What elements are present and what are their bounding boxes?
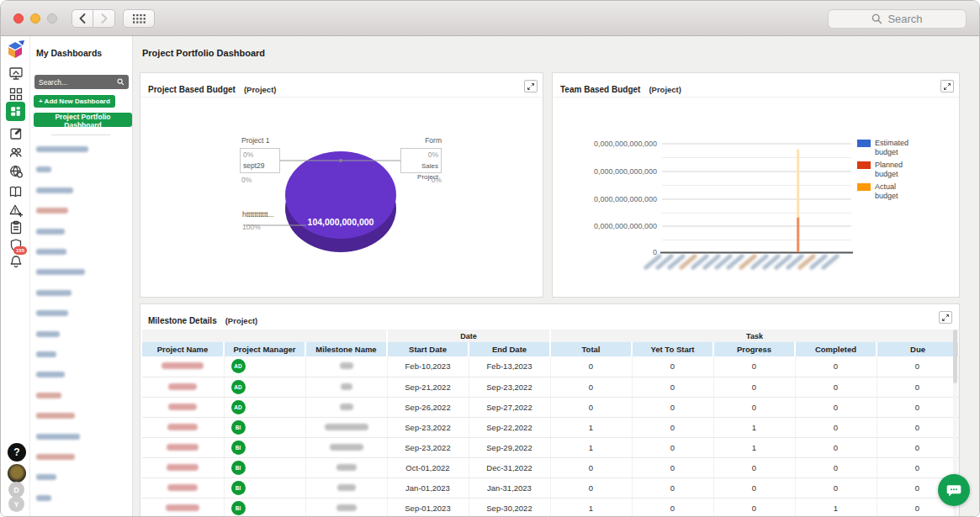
close-window-button[interactable] [13,13,24,24]
dashboard-list-item[interactable] [36,448,75,456]
pie-label-box: 0% Sales Project [400,148,442,173]
cell-milestone-name[interactable] [305,498,387,517]
redacted-dashboard-label [36,474,56,480]
cell-milestone-name[interactable] [305,477,387,498]
scrollbar-thumb[interactable] [953,330,957,383]
sidebar-rail-bell-icon[interactable] [8,253,24,269]
svg-text:0,000,000,000,000: 0,000,000,000,000 [594,167,657,176]
avatar-letter: D [13,486,19,494]
manager-avatar[interactable]: BI [231,481,246,495]
active-dashboard-button[interactable]: Project Portfolio Dashboard [34,113,132,127]
dashboard-list-item[interactable] [36,304,68,313]
column-header[interactable]: Milestone Name [305,342,387,356]
column-header[interactable]: End Date [469,342,550,356]
cell-project-name[interactable] [142,437,224,457]
dashboards-sidebar: My Dashboards Search... + Add New Dashbo… [30,36,133,517]
pie-label-percent: 0% [404,150,438,161]
cell-milestone-name[interactable] [305,437,387,457]
cell-start-date: Sep-26,2022 [387,397,469,417]
manager-avatar[interactable]: BI [231,461,246,475]
dashboard-list-item[interactable] [36,202,68,210]
cell-total: 1 [550,498,632,517]
sidebar-rail-grid-icon[interactable] [8,86,24,102]
cell-milestone-name[interactable] [305,417,387,437]
apps-grid-button[interactable] [123,9,155,28]
sidebar-rail-users-icon[interactable] [8,144,24,160]
cell-milestone-name[interactable] [305,356,387,377]
cell-yet-to-start: 0 [632,377,713,397]
chat-fab-button[interactable] [938,474,970,506]
pie-chart[interactable] [140,73,543,297]
cell-project-name[interactable] [142,457,224,477]
dashboard-list-item[interactable] [36,284,72,293]
manager-avatar[interactable]: AD [231,380,246,394]
column-header[interactable]: Completed [795,342,877,356]
nav-button-group [72,9,115,28]
column-header[interactable]: Start Date [387,342,469,356]
titlebar-search[interactable]: Search [828,9,967,29]
sidebar-rail-alert-add-icon[interactable] [8,202,24,218]
redacted-dashboard-label [36,166,51,172]
help-button[interactable]: ? [8,443,26,462]
sidebar-rail-dashboard-icon[interactable] [6,102,25,121]
dashboard-list-item[interactable] [36,243,66,251]
zoom-window-button[interactable] [47,13,57,24]
column-header[interactable]: Project Name [142,342,224,356]
dashboard-list-item[interactable] [36,182,73,190]
dashboard-list-item[interactable] [36,428,80,436]
dashboard-list-item[interactable] [36,346,56,354]
column-header[interactable]: Total [550,342,632,356]
sidebar-rail-presentation-icon[interactable] [8,65,24,81]
manager-avatar[interactable]: AD [231,359,246,373]
sidebar-rail-clipboard-icon[interactable] [8,219,24,235]
back-button[interactable] [72,9,93,28]
page-title: Project Portfolio Dashboard [142,48,265,58]
add-new-dashboard-button[interactable]: + Add New Dashboard [34,95,115,108]
redacted-project-name [167,424,198,430]
cell-progress: 0 [713,477,795,498]
expand-icon[interactable] [939,311,952,324]
cell-project-name[interactable] [142,477,224,498]
sidebar-rail-book-icon[interactable] [8,183,24,199]
manager-avatar[interactable]: BI [231,420,246,435]
cell-milestone-name[interactable] [305,457,387,477]
manager-avatar[interactable]: AD [231,400,246,414]
app-body: 155 ? D Y My Dashboards Search... + Add … [1,36,979,517]
column-header[interactable]: Due [877,342,958,356]
cell-milestone-name[interactable] [305,377,387,397]
cell-total: 1 [550,417,632,437]
user-avatar[interactable] [8,464,26,483]
cell-project-name[interactable] [142,498,224,517]
column-header[interactable]: Yet To Start [632,342,713,356]
dashboard-list-item[interactable] [36,325,60,334]
dashboard-list-item[interactable] [36,140,88,149]
app-logo[interactable] [4,40,27,62]
dashboard-list-item[interactable] [36,468,56,477]
manager-avatar[interactable]: BI [231,501,246,515]
cell-project-name[interactable] [142,417,224,437]
search-icon [117,78,124,86]
forward-button[interactable] [93,9,115,28]
sidebar-rail-globe-icon[interactable] [8,163,24,179]
dashboard-list-item[interactable] [36,161,51,169]
dashboard-list-item[interactable] [36,407,75,415]
dashboard-list-item[interactable] [36,263,85,272]
dashboard-list-item[interactable] [36,366,65,374]
column-header[interactable]: Progress [713,342,795,356]
cell-total: 0 [550,377,632,397]
dashboard-list-item[interactable] [36,387,61,395]
avatar-initial-y[interactable]: Y [8,496,24,512]
group-header-blank [142,330,387,342]
column-header[interactable]: Project Manager [224,342,305,356]
dashboard-list-item[interactable] [36,223,65,231]
cell-project-name[interactable] [142,397,224,417]
minimize-window-button[interactable] [30,13,40,24]
cell-project-name[interactable] [142,377,224,397]
dashboard-list-item[interactable] [36,489,51,498]
manager-avatar[interactable]: BI [231,441,246,455]
table-row: ADFeb-10,2023Feb-13,202300000 [142,356,958,377]
dashboard-search-input[interactable]: Search... [34,75,129,89]
cell-milestone-name[interactable] [305,397,387,417]
sidebar-rail-edit-icon[interactable] [8,125,24,141]
cell-project-name[interactable] [142,356,224,377]
